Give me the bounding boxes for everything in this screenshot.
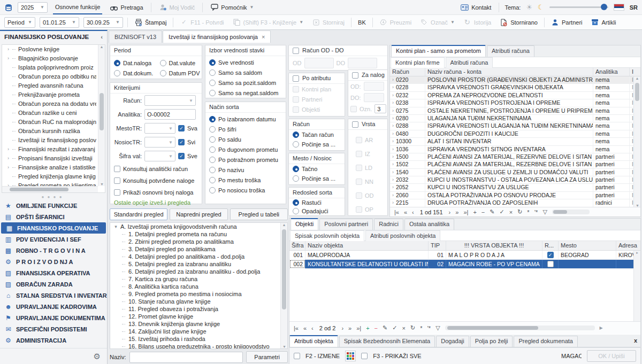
row-expander-icon[interactable]: › <box>392 199 394 206</box>
analitika-tab[interactable]: Poslovni partneri <box>319 219 373 230</box>
radio-icon[interactable] <box>209 80 216 86</box>
row-expander-icon[interactable]: › <box>392 99 394 106</box>
expander-icon[interactable]: › <box>6 163 11 172</box>
row-expander-icon[interactable]: › <box>392 169 394 176</box>
kontni-row[interactable]: ›0280 ULAGANJA NA TUĐIM NEKRETNINAMA nem… <box>390 115 640 122</box>
sorta-radio-option[interactable]: Po mestu troška <box>205 175 286 185</box>
reports-root[interactable]: ▾ A. Izveštaji prometa knjigovodstvenih … <box>110 223 287 230</box>
bookmark-icon[interactable]: * <box>527 209 529 215</box>
radio-icon[interactable] <box>293 208 299 214</box>
tree-vertical-scrollbar[interactable]: ▲▼ <box>98 45 105 186</box>
period-select[interactable]: Period▼ <box>4 17 35 28</box>
sorta-radio-option[interactable]: Po potražnom prometu <box>205 154 286 165</box>
kontni-row[interactable]: ›2032 KUPCI U INOSTRANSTVU - OSTALA POVE… <box>390 176 640 184</box>
kontni-horizontal-scrollbar[interactable] <box>552 210 590 214</box>
row-expander-icon[interactable]: › <box>392 184 394 191</box>
radio-icon[interactable] <box>209 167 216 173</box>
close-tab-icon[interactable]: × <box>262 34 265 40</box>
checkbox-icon[interactable]: ✓ <box>293 48 299 54</box>
sun-icon[interactable]: ☀ <box>526 3 532 11</box>
radio-icon[interactable] <box>209 187 216 193</box>
row-expander-icon[interactable]: › <box>392 161 394 168</box>
nav-item[interactable]: ⌂ STALNA SREDSTVA I INVENTAR <box>0 290 107 301</box>
sidebar-tree-item[interactable]: Obračun kursnih razlika <box>2 127 96 136</box>
parametri-button[interactable]: Parametri <box>246 351 288 363</box>
kontni-grid-header[interactable]: Račun Naziv računa - konta Analitika I <box>390 68 640 76</box>
f3-checkbox[interactable]: ✓ <box>361 353 368 359</box>
theme-slider[interactable] <box>549 6 608 8</box>
stampaj-button[interactable]: Štampaj <box>132 16 169 29</box>
partneri-button[interactable]: Partneri <box>549 16 585 29</box>
radio-dat-valute[interactable]: Dat.valute <box>156 58 202 68</box>
nav-item[interactable]: ▩ ROBNO - T R G O V I N A <box>0 245 107 256</box>
prior-group-icon[interactable]: « <box>303 325 307 331</box>
refresh-icon[interactable]: ↻ <box>410 324 415 331</box>
row-expander-icon[interactable]: › <box>392 153 394 160</box>
first-page-icon[interactable]: |« <box>294 325 299 331</box>
radio-datum-pdv[interactable]: Datum PDV <box>156 68 202 78</box>
ostale-opcije-link[interactable]: Ostale opcije izveš.i pregleda <box>110 198 202 207</box>
report-item[interactable]: 6. Detaljni pregled za izabranu analitik… <box>110 268 287 275</box>
objekat-row[interactable]: 002 KONSULTANTSKE DELATNOSTI U OBLASTI I… <box>289 260 640 269</box>
detail-tab[interactable]: Spisak Bezbednosnih Elemenata <box>339 336 435 347</box>
row-expander-icon[interactable]: › <box>392 130 394 137</box>
radio-icon[interactable] <box>160 70 166 76</box>
detail-tab[interactable]: Događaji <box>436 336 469 347</box>
row-expander-icon[interactable]: › <box>392 115 394 122</box>
sidebar-tree-item[interactable]: › Propisani finansijski izveštaji <box>2 154 96 163</box>
checkbox-sva[interactable]: ✓ <box>178 125 185 131</box>
date-to-select[interactable]: 30.09.25▼ <box>83 17 123 28</box>
nav-item[interactable]: ▨ OBRAČUN ZARADA <box>0 278 107 290</box>
nav-item[interactable]: ☻ UPRAVLJANJE KADROVIMA <box>0 301 107 312</box>
moon-icon[interactable]: ☾ <box>538 3 544 11</box>
row-expander-icon[interactable]: › <box>392 192 394 199</box>
post-edit-icon[interactable]: ✓ <box>499 208 504 215</box>
add-row-icon[interactable]: + <box>366 325 369 331</box>
nav-item[interactable]: ▧ FINANSIJSKA OPERATIVA <box>0 267 107 278</box>
sidebar-tree-item[interactable]: Pregled knjiženja glavne knjig <box>2 172 96 181</box>
detail-tab[interactable]: Pregled dokumenata <box>514 336 578 347</box>
radio-tacan-racun[interactable]: Tačan račun <box>289 130 345 140</box>
radio-dat-naloga[interactable]: Dat.naloga <box>110 58 156 68</box>
delete-row-icon[interactable]: − <box>374 325 378 331</box>
kontni-row[interactable]: ›0275 OSTALE NEKRETNINE, POSTROJENJA I O… <box>390 107 640 115</box>
analitika-input[interactable] <box>144 109 196 120</box>
kontni-row[interactable]: ›0228 ISPRAVKA VREDNOSTI GRAĐEVINSKIH OB… <box>390 84 640 91</box>
report-item[interactable]: 11. Pregled obaveza i potraživanja <box>110 305 287 313</box>
radio-mesto-pocinje[interactable]: Počinje sa ... <box>289 174 345 183</box>
delete-row-icon[interactable]: − <box>482 209 485 215</box>
view-mode-button[interactable]: Pregled u tabeli <box>230 208 288 220</box>
detail-tab[interactable]: Atributi objekta <box>289 335 338 347</box>
row-checkbox[interactable]: ✓ <box>547 261 554 267</box>
next-group-icon[interactable]: » <box>348 325 351 331</box>
naziv-input[interactable] <box>129 352 243 363</box>
serbia-flag-icon[interactable] <box>614 4 624 11</box>
report-item[interactable]: 10. Stanje računa glavne knjige <box>110 298 287 305</box>
nav-item[interactable]: ⚙ P R O I Z V O D NJ A <box>0 256 107 267</box>
radio-icon[interactable] <box>209 90 216 96</box>
refresh-icon[interactable]: ↻ <box>517 208 522 215</box>
izbor-radio-option[interactable]: Sve vrednosti <box>205 57 286 67</box>
report-item[interactable]: 9. Pregled prometa po mestima i nosiocim… <box>110 290 287 298</box>
radio-icon[interactable] <box>209 116 216 122</box>
racun-combo[interactable]: ▼ <box>144 95 196 106</box>
objekti-subtab[interactable]: Spisak poslovnih objekta <box>290 230 364 241</box>
report-item[interactable]: 1. Detaljni pregled prometa na računu <box>110 230 287 238</box>
radio-icon[interactable] <box>293 199 299 206</box>
analitika-tab[interactable]: Objekti <box>291 218 318 230</box>
expander-icon[interactable]: › <box>6 54 11 63</box>
cancel-edit-icon[interactable]: × <box>402 325 405 331</box>
row-expander-icon[interactable]: › <box>392 176 394 183</box>
menu-osnovne-funkcije[interactable]: Osnovne funkcije <box>53 0 102 14</box>
tab-atributi-racuna[interactable]: Atributi računa <box>487 45 534 57</box>
row-expander-icon[interactable]: › <box>392 76 394 83</box>
artikli-button[interactable]: Artikli <box>589 16 618 29</box>
kontni-vertical-scrollbar[interactable]: ▲▼ <box>633 76 640 207</box>
objekti-grid-header[interactable]: Šifra Naziv objekta TIP !!! VRSTA OBJEKT… <box>289 241 640 251</box>
slider-knob[interactable] <box>601 4 607 10</box>
edit-row-icon[interactable]: ✎ <box>490 208 494 215</box>
analitika-tab[interactable]: Ostala analitika <box>404 219 454 230</box>
report-item[interactable]: 16. Bilans uspeha preduzetnika - prosto … <box>110 343 287 349</box>
nav-item[interactable]: ▤ OPŠTI ŠIFARNICI <box>0 211 107 222</box>
reports-vertical-scrollbar[interactable]: ▲▼ <box>280 223 287 348</box>
